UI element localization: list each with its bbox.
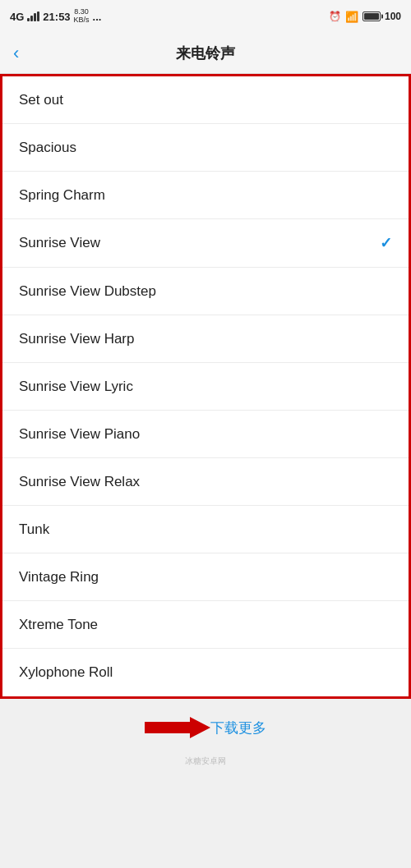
- item-label: Sunrise View Relax: [19, 474, 140, 490]
- arrow-icon: [145, 715, 210, 740]
- alarm-icon: ⏰: [329, 11, 341, 22]
- item-label: Spring Charm: [19, 187, 105, 204]
- list-item[interactable]: Sunrise View Harp: [2, 315, 409, 363]
- status-bar: 4G 21:53 8.30KB/s ... ⏰ 📶 100: [0, 0, 411, 33]
- nav-bar: ‹ 来电铃声: [0, 33, 411, 74]
- list-item[interactable]: Sunrise View Relax: [2, 458, 409, 506]
- watermark: 冰糖安卓网: [185, 755, 226, 767]
- list-item[interactable]: Set out: [2, 76, 409, 124]
- status-right: ⏰ 📶 100: [329, 11, 401, 23]
- item-label: Set out: [19, 92, 63, 108]
- data-speed: 8.30KB/s: [74, 8, 90, 25]
- item-label: Sunrise View Harp: [19, 331, 134, 347]
- battery-percent: 100: [385, 11, 401, 22]
- page-title: 来电铃声: [176, 44, 235, 63]
- list-item[interactable]: Sunrise View Lyric: [2, 363, 409, 411]
- carrier-text: 4G: [10, 11, 24, 23]
- list-item[interactable]: Vintage Ring: [2, 553, 409, 601]
- item-label: Xtreme Tone: [19, 617, 98, 633]
- item-label: Spacious: [19, 140, 76, 156]
- item-label: Vintage Ring: [19, 569, 99, 586]
- dots-text: ...: [93, 11, 102, 23]
- list-item[interactable]: Sunrise View Piano: [2, 411, 409, 458]
- list-item[interactable]: Xtreme Tone: [2, 601, 409, 649]
- ringtone-list-container: Set outSpaciousSpring CharmSunrise View✓…: [0, 74, 411, 699]
- list-item[interactable]: Spring Charm: [2, 172, 409, 219]
- list-item[interactable]: Xylophone Roll: [2, 649, 409, 696]
- item-label: Sunrise View: [19, 235, 100, 251]
- battery-icon: [363, 11, 381, 21]
- download-more-link[interactable]: 下载更多: [210, 719, 266, 737]
- item-check-icon: ✓: [380, 234, 392, 252]
- wifi-icon: 📶: [345, 11, 358, 23]
- time-text: 21:53: [43, 11, 70, 23]
- arrow-container: 下载更多: [145, 715, 266, 740]
- svg-marker-0: [145, 717, 210, 738]
- status-left: 4G 21:53 8.30KB/s ...: [10, 8, 101, 25]
- item-label: Xylophone Roll: [19, 664, 113, 681]
- bottom-area: 下载更多 冰糖安卓网: [0, 699, 411, 800]
- list-item[interactable]: Sunrise View✓: [2, 219, 409, 268]
- item-label: Sunrise View Lyric: [19, 379, 133, 395]
- back-button[interactable]: ‹: [13, 43, 19, 64]
- list-item[interactable]: Tunk: [2, 506, 409, 553]
- item-label: Sunrise View Piano: [19, 426, 140, 443]
- item-label: Sunrise View Dubstep: [19, 283, 156, 300]
- list-item[interactable]: Spacious: [2, 124, 409, 172]
- signal-icon: [27, 11, 39, 21]
- list-item[interactable]: Sunrise View Dubstep: [2, 268, 409, 315]
- item-label: Tunk: [19, 521, 49, 538]
